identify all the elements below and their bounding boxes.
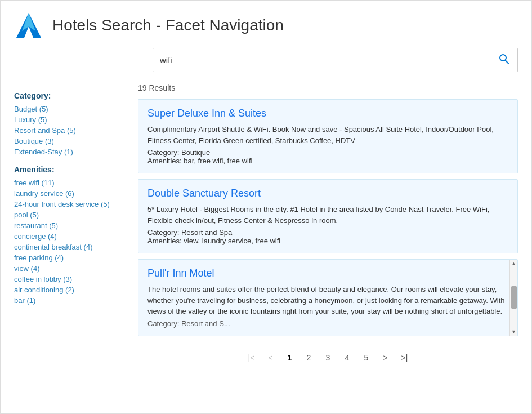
main-layout: Category: Budget (5) Luxury (5) Resort a… [1,81,531,413]
facet-amenity-free-parking[interactable]: free parking (4) [14,252,127,263]
result-title-2[interactable]: Double Sanctuary Resort [147,188,508,199]
facet-amenity-concierge[interactable]: concierge (4) [14,231,127,242]
result-category-3-partial: Category: Resort and S... [147,319,512,328]
pagination-page-2[interactable]: 2 [301,351,317,364]
sidebar: Category: Budget (5) Luxury (5) Resort a… [14,81,138,413]
search-input[interactable] [153,50,490,70]
pagination-next[interactable]: > [378,351,394,364]
facet-category-luxury[interactable]: Luxury (5) [14,114,127,125]
facet-amenity-pool[interactable]: pool (5) [14,210,127,220]
facet-amenity-laundry[interactable]: laundry service (6) [14,188,127,199]
pagination: |< < 1 2 3 4 5 > >| [138,342,518,376]
amenities-facet-title: Amenities: [14,165,127,174]
svg-line-3 [506,60,509,64]
results-area: 19 Results Super Deluxe Inn & Suites Com… [138,81,518,413]
facet-amenity-front-desk[interactable]: 24-hour front desk service (5) [14,199,127,210]
facet-category-extended-stay[interactable]: Extended-Stay (1) [14,146,127,157]
pagination-page-5[interactable]: 5 [359,351,374,364]
result-card-2: Double Sanctuary Resort 5* Luxury Hotel … [138,179,518,253]
search-icon [498,53,509,64]
pagination-last[interactable]: >| [397,351,413,364]
result-description-3: The hotel rooms and suites offer the per… [147,284,512,317]
result-amenities-1: Amenities: bar, free wifi, free wifi [147,157,508,165]
result-category-1: Category: Boutique [147,148,508,157]
result-amenities-2: Amenities: view, laundry service, free w… [147,237,508,245]
facet-category-budget[interactable]: Budget (5) [14,104,127,114]
facet-amenity-air-conditioning[interactable]: air conditioning (2) [14,284,127,295]
result-category-2: Category: Resort and Spa [147,228,508,237]
page-title: Hotels Search - Facet Navigation [52,16,284,34]
pagination-page-3[interactable]: 3 [320,351,336,364]
pagination-first[interactable]: |< [244,351,260,364]
search-bar-container [1,48,531,81]
facet-amenity-free-wifi[interactable]: free wifi (11) [14,177,127,188]
result-card-1: Super Deluxe Inn & Suites Complimentary … [138,99,518,173]
scroll-down-arrow[interactable]: ▼ [511,329,516,335]
facet-amenity-restaurant[interactable]: restaurant (5) [14,220,127,231]
search-bar [153,48,518,72]
result-title-1[interactable]: Super Deluxe Inn & Suites [147,108,508,119]
pagination-page-1[interactable]: 1 [282,351,298,364]
scroll-up-arrow[interactable]: ▲ [511,261,516,266]
search-button[interactable] [490,48,517,72]
app-logo [14,11,43,40]
facet-amenity-view[interactable]: view (4) [14,263,127,274]
facet-category-boutique[interactable]: Boutique (3) [14,136,127,146]
facet-amenity-bar[interactable]: bar (1) [14,295,127,306]
facet-amenity-coffee-lobby[interactable]: coffee in lobby (3) [14,274,127,284]
category-facet-title: Category: [14,91,127,100]
scrollbar[interactable]: ▲ ▼ [509,260,517,336]
pagination-page-4[interactable]: 4 [339,351,355,364]
pagination-prev[interactable]: < [263,351,279,364]
svg-marker-1 [22,13,35,31]
facet-amenity-continental-breakfast[interactable]: continental breakfast (4) [14,242,127,252]
result-card-3: Pull'r Inn Motel The hotel rooms and sui… [138,259,518,336]
result-title-3[interactable]: Pull'r Inn Motel [147,268,512,279]
header: Hotels Search - Facet Navigation [1,1,531,48]
result-description-1: Complimentary Airport Shuttle & WiFi. Bo… [147,124,508,146]
facet-category-resort-spa[interactable]: Resort and Spa (5) [14,125,127,136]
scroll-thumb[interactable] [511,286,517,309]
results-count: 19 Results [138,83,518,92]
result-description-2: 5* Luxury Hotel - Biggest Rooms in the c… [147,204,508,226]
